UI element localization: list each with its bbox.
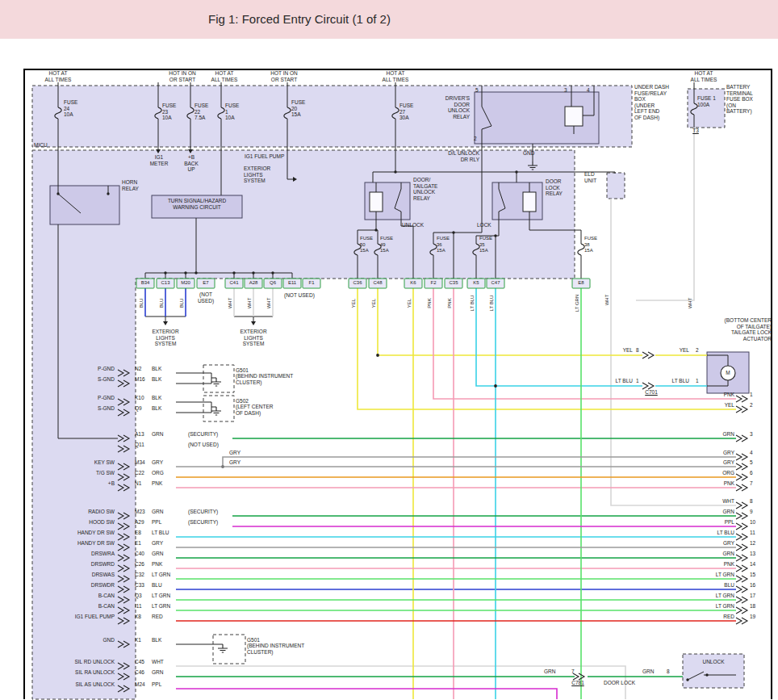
connector-id: K6	[404, 280, 422, 286]
row-label: P-GND	[44, 366, 115, 372]
pin-number: 2	[696, 347, 699, 354]
relay-pin-number: 5	[475, 87, 479, 94]
edge-pin-number: 12	[750, 540, 755, 547]
row-label: T/G SW	[44, 470, 115, 476]
fuse-label: FUSE 36 15A	[437, 236, 450, 254]
edge-pin-number: 10	[750, 519, 755, 526]
edge-pin-number: 13	[750, 551, 755, 557]
t3-label: T3	[691, 128, 701, 134]
wire-color-label: BLU	[179, 287, 185, 320]
exterior-lights-label: EXTERIOR LIGHTS SYSTEM	[233, 329, 274, 347]
exterior-lights-label: EXTERIOR LIGHTS SYSTEM	[145, 329, 186, 347]
edge-pin-number: 9	[750, 509, 753, 515]
wire-color-label: WHT	[688, 287, 693, 320]
g501-box	[203, 365, 234, 392]
pin-id: C22	[135, 470, 144, 476]
connector-id: A28	[245, 280, 262, 286]
row-label: DRSWAS	[44, 572, 115, 578]
connector-id: F2	[425, 280, 442, 286]
wire-color-label: LT GRN	[152, 572, 170, 578]
unlock-label: UNLOCK	[688, 659, 739, 665]
wire-color-label: BLK	[152, 376, 161, 383]
wire-color-label: GRY	[229, 450, 241, 456]
edge-pin-number: 17	[750, 593, 755, 599]
coil-icon	[370, 192, 383, 212]
fuse-label: FUSE 1 100A	[697, 95, 716, 107]
relay-pin-number: 2	[474, 136, 477, 142]
ig1-fuel-pump-label: IG1 FUEL PUMP	[245, 153, 284, 160]
turn-signal-label: TURN SIGNAL/HAZARD WARNING CIRCUIT	[153, 198, 241, 210]
pin-number: 1	[696, 378, 699, 384]
wire-color-label: GRY	[229, 459, 241, 466]
fuse-label: FUSE 50 15A	[360, 236, 373, 254]
pin-id: C46	[135, 669, 144, 676]
fuse-label: FUSE 24 10A	[64, 99, 77, 118]
edge-pin-number: 16	[750, 582, 755, 589]
connector-id: E11	[283, 280, 301, 286]
g502-box	[203, 396, 234, 421]
eld-unit-box	[607, 173, 625, 199]
relay-pin-number: 4	[587, 87, 590, 94]
wire-color-label: GRN	[544, 669, 555, 675]
micu-label: MICU	[34, 142, 48, 149]
wire-color-label: LT BLU	[600, 378, 633, 384]
wire-color-label: BLK	[152, 366, 161, 372]
row-label: DRSWDR	[44, 582, 115, 589]
under-dash-box-label: UNDER DASH FUSE/RELAY BOX (UNDER LEFT EN…	[634, 84, 684, 120]
wire-color-label: RED	[152, 614, 163, 620]
edge-pin-number: 5	[750, 459, 753, 466]
wire-color-label: PPL	[702, 519, 734, 526]
wire-color-label: GRN	[152, 551, 163, 557]
pin-id: M34	[135, 459, 145, 466]
fuse-label: FUSE 38 15A	[584, 236, 597, 254]
door-lock-relay-label: DOOR LOCK RELAY	[546, 178, 575, 197]
fuse-label: FUSE 35 15A	[479, 236, 492, 254]
horn-relay-label: HORN RELAY	[122, 179, 146, 191]
connector-id: E8	[572, 280, 590, 286]
edge-pin-number: 6	[750, 470, 753, 476]
row-note: (SECURITY)	[188, 509, 218, 515]
row-note: (SECURITY)	[188, 431, 218, 438]
wire-color-label: LT BLU	[470, 287, 475, 320]
row-label: HOOD SW	[44, 519, 115, 526]
wire-color-label: PPL	[152, 681, 161, 688]
pin-id: C40	[135, 551, 144, 557]
pin-number: 1	[636, 378, 639, 384]
eld-unit-label: ELD UNIT	[584, 171, 605, 183]
wire-color-label: PNK	[152, 480, 162, 487]
dl-unlock-dr-rly-label: D/L UNLOCK DR RLY	[439, 150, 479, 162]
connector-id: K5	[467, 280, 485, 286]
row-label: IG1 FUEL PUMP	[44, 614, 115, 620]
wire-color-label: ORG	[152, 470, 164, 476]
connector-id: B34	[136, 280, 154, 286]
b-backup-label: +B BACK UP	[181, 154, 202, 173]
fuse-label: FUSE 20 15A	[291, 99, 305, 118]
row-label: SIL RD UNLOCK	[44, 659, 115, 665]
connector-note: (NOT USED)	[194, 291, 218, 304]
battery-fuse-box-label: BATTERY TERMINAL FUSE BOX (ON BATTERY)	[726, 84, 772, 115]
wire-color-label: LT BLU	[152, 530, 169, 536]
wire-color-label: BLU	[159, 287, 165, 320]
pin-number: 8	[636, 347, 639, 354]
wire-color-label: GRY	[152, 459, 163, 466]
connector-id: C35	[445, 280, 462, 286]
edge-pin-number: 11	[750, 530, 755, 536]
wire-color-label: PNK	[702, 392, 734, 398]
pin-id: C45	[135, 659, 144, 665]
wire-color-label: PNK	[427, 287, 433, 320]
pin-id: C26	[135, 561, 144, 568]
coil-icon	[565, 107, 583, 126]
edge-pin-number: 19	[750, 614, 755, 620]
wire-color-label: LT GRN	[702, 593, 734, 599]
row-label: GND	[44, 637, 115, 643]
wire-color-label: GRN	[152, 669, 163, 676]
edge-pin-number: 1	[750, 392, 753, 398]
wire-color-label: BLU	[139, 287, 144, 320]
row-label: DRSWRD	[44, 561, 115, 568]
edge-pin-number: 4	[750, 450, 753, 456]
wire-color-label: YEL	[702, 402, 734, 409]
exterior-lights-label: EXTERIOR LIGHTS SYSTEM	[244, 166, 278, 184]
pin-id: K8	[135, 614, 141, 620]
wire-color-label: WHT	[247, 287, 253, 320]
wire-color-label: RED	[702, 614, 734, 620]
